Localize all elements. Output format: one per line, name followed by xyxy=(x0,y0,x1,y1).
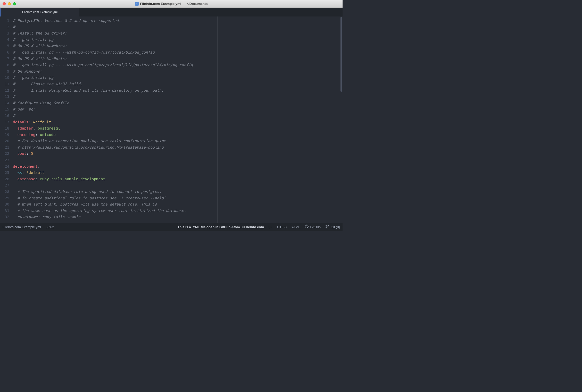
svg-point-2 xyxy=(328,225,328,226)
status-grammar[interactable]: YAML xyxy=(291,225,300,229)
code-line: <<: *default xyxy=(13,169,343,176)
line-number: 29 xyxy=(0,195,9,201)
atom-app-icon xyxy=(135,2,139,6)
line-number: 8 xyxy=(0,62,9,68)
code-line: default: &default xyxy=(13,119,343,125)
line-number: 19 xyxy=(0,132,9,138)
code-line xyxy=(13,157,343,163)
line-number: 32 xyxy=(0,214,9,220)
line-number: 17 xyxy=(0,119,9,125)
status-line-ending[interactable]: LF xyxy=(269,225,272,229)
git-branch-icon xyxy=(325,225,329,229)
svg-point-0 xyxy=(326,225,327,226)
line-number: 16 xyxy=(0,113,9,119)
line-number: 20 xyxy=(0,138,9,144)
status-filename[interactable]: FileInfo.com Example.yml xyxy=(3,225,41,229)
line-number: 18 xyxy=(0,125,9,132)
window-title: FileInfo.com Example.yml — ~/Documents xyxy=(0,2,343,6)
line-number: 26 xyxy=(0,176,9,182)
code-line: # Install the pg driver: xyxy=(13,30,343,37)
line-number: 31 xyxy=(0,208,9,214)
window-title-text: FileInfo.com Example.yml — ~/Documents xyxy=(140,2,208,6)
line-number: 4 xyxy=(0,37,9,43)
code-line: # The specified database role being used… xyxy=(13,189,343,195)
line-number: 27 xyxy=(0,182,9,189)
line-number: 25 xyxy=(0,169,9,176)
status-git[interactable]: Git (0) xyxy=(325,225,340,229)
status-message: This is a .YML file open in GitHub Atom.… xyxy=(178,225,264,229)
code-line: # Install PostgreSQL and put its /bin di… xyxy=(13,87,343,94)
line-number: 6 xyxy=(0,49,9,56)
status-encoding[interactable]: UTF-8 xyxy=(277,225,287,229)
code-line: # On OS X with Homebrew: xyxy=(13,43,343,49)
line-number: 21 xyxy=(0,144,9,151)
line-number: 11 xyxy=(0,81,9,87)
tab-label: FileInfo.com Example.yml xyxy=(22,10,57,14)
code-line: # xyxy=(13,113,343,119)
status-cursor[interactable]: 85:62 xyxy=(46,225,54,229)
line-number: 9 xyxy=(0,68,9,75)
line-number: 13 xyxy=(0,93,9,100)
editor[interactable]: 1234567891011121314151617181920212223242… xyxy=(0,16,343,223)
code-line: # xyxy=(13,93,343,100)
code-line: # gem install pg xyxy=(13,37,343,43)
status-github-label: GitHub xyxy=(310,225,320,229)
tab-active[interactable]: FileInfo.com Example.yml xyxy=(0,8,79,16)
code-line xyxy=(13,182,343,189)
tab-bar: FileInfo.com Example.yml xyxy=(0,8,343,16)
code-line: # On Windows: xyxy=(13,68,343,75)
code-line: # gem 'pg' xyxy=(13,106,343,113)
status-github[interactable]: GitHub xyxy=(305,225,320,229)
window-titlebar: FileInfo.com Example.yml — ~/Documents xyxy=(0,0,343,8)
github-icon xyxy=(305,225,309,229)
code-line: # gem install pg -- --with-pg-config=/op… xyxy=(13,62,343,68)
line-number: 3 xyxy=(0,30,9,37)
wrap-guide xyxy=(217,16,218,223)
code-line: # gem install pg xyxy=(13,74,343,81)
line-number: 2 xyxy=(0,24,9,30)
status-git-label: Git (0) xyxy=(331,225,340,229)
code-line: # To create additional roles in postgres… xyxy=(13,195,343,201)
code-line: #username: ruby-rails-sample xyxy=(13,214,343,220)
code-line: # On OS X with MacPorts: xyxy=(13,56,343,62)
code-line: # When left blank, postgres will use the… xyxy=(13,201,343,208)
code-line: development: xyxy=(13,163,343,170)
line-number: 1 xyxy=(0,18,9,24)
line-number: 10 xyxy=(0,74,9,81)
code-line: # For details on connection pooling, see… xyxy=(13,138,343,144)
line-number: 12 xyxy=(0,87,9,94)
code-line: # http://guides.rubyonrails.org/configur… xyxy=(13,144,343,151)
code-line: pool: 5 xyxy=(13,150,343,157)
code-line: encoding: unicode xyxy=(13,132,343,138)
line-number: 28 xyxy=(0,189,9,195)
code-line: # Configure Using Gemfile xyxy=(13,100,343,106)
line-number: 15 xyxy=(0,106,9,113)
code-area[interactable]: # PostgreSQL. Versions 8.2 and up are su… xyxy=(11,16,343,223)
line-number: 14 xyxy=(0,100,9,106)
line-number: 23 xyxy=(0,157,9,163)
line-number: 7 xyxy=(0,56,9,62)
line-number: 22 xyxy=(0,150,9,157)
code-line: # Choose the win32 build. xyxy=(13,81,343,87)
gutter: 1234567891011121314151617181920212223242… xyxy=(0,16,11,223)
status-bar: FileInfo.com Example.yml 85:62 This is a… xyxy=(0,223,343,231)
scrollbar-thumb[interactable] xyxy=(340,17,342,92)
svg-point-1 xyxy=(326,227,327,228)
code-line: # the same name as the operating system … xyxy=(13,208,343,214)
code-line: database: ruby-rails-sample_development xyxy=(13,176,343,182)
code-line: # xyxy=(13,24,343,30)
line-number: 5 xyxy=(0,43,9,49)
code-line: # PostgreSQL. Versions 8.2 and up are su… xyxy=(13,18,343,24)
code-line: # gem install pg -- --with-pg-config=/us… xyxy=(13,49,343,56)
code-line: adapter: postgresql xyxy=(13,125,343,132)
line-number: 30 xyxy=(0,201,9,208)
line-number: 24 xyxy=(0,163,9,170)
